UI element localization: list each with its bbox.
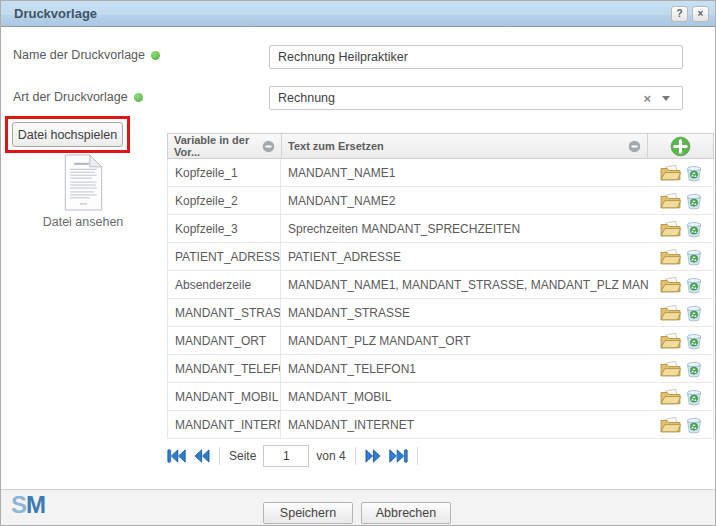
close-icon[interactable]: × <box>692 6 709 22</box>
cell-variable: MANDANT_ORT <box>168 327 281 354</box>
cell-variable: MANDANT_TELEFON1 <box>168 355 281 382</box>
cell-variable: Kopfzeile_1 <box>168 159 281 186</box>
row-actions <box>649 327 713 354</box>
open-folder-icon[interactable] <box>660 220 681 237</box>
pager-divider <box>417 447 418 465</box>
cell-text: MANDANT_STRASSE <box>281 299 649 326</box>
clear-icon[interactable]: × <box>636 91 658 106</box>
first-page-icon[interactable] <box>167 449 186 463</box>
cell-text: MANDANT_NAME1, MANDANT_STRASSE, MANDANT_… <box>281 271 649 298</box>
cell-variable: MANDANT_MOBIL <box>168 383 281 410</box>
variables-table: Variable in der Vor... Text zum Ersetzen… <box>167 133 714 439</box>
open-folder-icon[interactable] <box>660 276 681 293</box>
dropdown-caret-icon[interactable] <box>662 96 670 101</box>
upload-file-button[interactable]: Datei hochspielen <box>12 122 123 147</box>
last-page-icon[interactable] <box>389 449 408 463</box>
open-folder-icon[interactable] <box>660 164 681 181</box>
row-actions <box>649 215 713 242</box>
page-count-label: von 4 <box>316 449 345 463</box>
table-header: Variable in der Vor... Text zum Ersetzen <box>167 133 714 159</box>
cell-text: MANDANT_TELEFON1 <box>281 355 649 382</box>
open-folder-icon[interactable] <box>660 360 681 377</box>
app-logo[interactable]: SM <box>11 491 45 519</box>
table-row[interactable]: MANDANT_TELEFON1 MANDANT_TELEFON1 <box>168 355 713 383</box>
table-row[interactable]: Absenderzeile MANDANT_NAME1, MANDANT_STR… <box>168 271 713 299</box>
row-actions <box>649 243 713 270</box>
cancel-button[interactable]: Abbrechen <box>361 502 451 524</box>
cell-variable: Kopfzeile_3 <box>168 215 281 242</box>
name-label: Name der Druckvorlage <box>13 48 160 62</box>
column-header-variable-label: Variable in der Vor... <box>174 134 262 158</box>
annotation-highlight-box: Datei hochspielen <box>5 116 130 153</box>
dialog-title: Druckvorlage <box>14 6 97 21</box>
pager-divider <box>219 447 220 465</box>
cell-variable: Absenderzeile <box>168 271 281 298</box>
delete-recycle-icon[interactable] <box>685 360 703 378</box>
row-actions <box>649 355 713 382</box>
table-row[interactable]: PATIENT_ADRESSE PATIENT_ADRESSE <box>168 243 713 271</box>
help-icon[interactable]: ? <box>671 6 688 22</box>
column-header-text[interactable]: Text zum Ersetzen <box>282 134 648 158</box>
open-folder-icon[interactable] <box>660 248 681 265</box>
name-label-text: Name der Druckvorlage <box>13 48 145 62</box>
cell-variable: PATIENT_ADRESSE <box>168 243 281 270</box>
delete-recycle-icon[interactable] <box>685 332 703 350</box>
druckvorlage-dialog: Druckvorlage ? × Name der Druckvorlage A… <box>0 0 716 526</box>
column-header-variable[interactable]: Variable in der Vor... <box>168 134 282 158</box>
cell-text: MANDANT_INTERNET <box>281 411 649 438</box>
delete-recycle-icon[interactable] <box>685 276 703 294</box>
required-dot-icon <box>134 93 143 102</box>
cell-variable: Kopfzeile_2 <box>168 187 281 214</box>
table-row[interactable]: MANDANT_ORT MANDANT_PLZ MANDANT_ORT <box>168 327 713 355</box>
delete-recycle-icon[interactable] <box>685 164 703 182</box>
combobox-value: Rechnung <box>278 91 636 105</box>
logo-letter-s: S <box>11 491 26 518</box>
table-row[interactable]: MANDANT_MOBIL MANDANT_MOBIL <box>168 383 713 411</box>
delete-recycle-icon[interactable] <box>685 220 703 238</box>
delete-recycle-icon[interactable] <box>685 304 703 322</box>
template-type-combobox[interactable]: Rechnung × <box>269 86 683 110</box>
row-actions <box>649 159 713 186</box>
required-dot-icon <box>151 51 160 60</box>
delete-recycle-icon[interactable] <box>685 192 703 210</box>
add-row-icon[interactable] <box>670 136 691 157</box>
cell-text: MANDANT_NAME1 <box>281 159 649 186</box>
row-actions <box>649 299 713 326</box>
delete-recycle-icon[interactable] <box>685 416 703 434</box>
open-folder-icon[interactable] <box>660 416 681 433</box>
open-folder-icon[interactable] <box>660 388 681 405</box>
cell-text: PATIENT_ADRESSE <box>281 243 649 270</box>
column-menu-icon[interactable] <box>262 140 275 153</box>
column-menu-icon[interactable] <box>628 140 641 153</box>
row-actions <box>649 411 713 438</box>
table-row[interactable]: Kopfzeile_1 MANDANT_NAME1 <box>168 159 713 187</box>
cell-text: MANDANT_PLZ MANDANT_ORT <box>281 327 649 354</box>
save-button[interactable]: Speichern <box>263 502 353 524</box>
view-file-label[interactable]: Datei ansehen <box>1 215 165 229</box>
pager-divider <box>355 447 356 465</box>
delete-recycle-icon[interactable] <box>685 248 703 266</box>
table-row[interactable]: Kopfzeile_2 MANDANT_NAME2 <box>168 187 713 215</box>
cell-variable: MANDANT_STRASSE <box>168 299 281 326</box>
column-header-actions <box>648 134 713 158</box>
next-page-icon[interactable] <box>365 449 382 463</box>
column-header-text-label: Text zum Ersetzen <box>288 140 384 152</box>
page-label: Seite <box>229 449 256 463</box>
table-row[interactable]: Kopfzeile_3 Sprechzeiten MANDANT_SPRECHZ… <box>168 215 713 243</box>
row-actions <box>649 271 713 298</box>
cell-text: MANDANT_NAME2 <box>281 187 649 214</box>
delete-recycle-icon[interactable] <box>685 388 703 406</box>
cell-text: Sprechzeiten MANDANT_SPRECHZEITEN <box>281 215 649 242</box>
prev-page-icon[interactable] <box>193 449 210 463</box>
open-folder-icon[interactable] <box>660 304 681 321</box>
document-preview-icon[interactable] <box>61 154 105 211</box>
type-label: Art der Druckvorlage <box>13 90 143 104</box>
template-name-input[interactable] <box>269 45 683 69</box>
cell-text: MANDANT_MOBIL <box>281 383 649 410</box>
table-row[interactable]: MANDANT_INTERNET MANDANT_INTERNET <box>168 411 713 439</box>
open-folder-icon[interactable] <box>660 192 681 209</box>
table-row[interactable]: MANDANT_STRASSE MANDANT_STRASSE <box>168 299 713 327</box>
row-actions <box>649 187 713 214</box>
page-number-input[interactable] <box>263 445 309 467</box>
open-folder-icon[interactable] <box>660 332 681 349</box>
